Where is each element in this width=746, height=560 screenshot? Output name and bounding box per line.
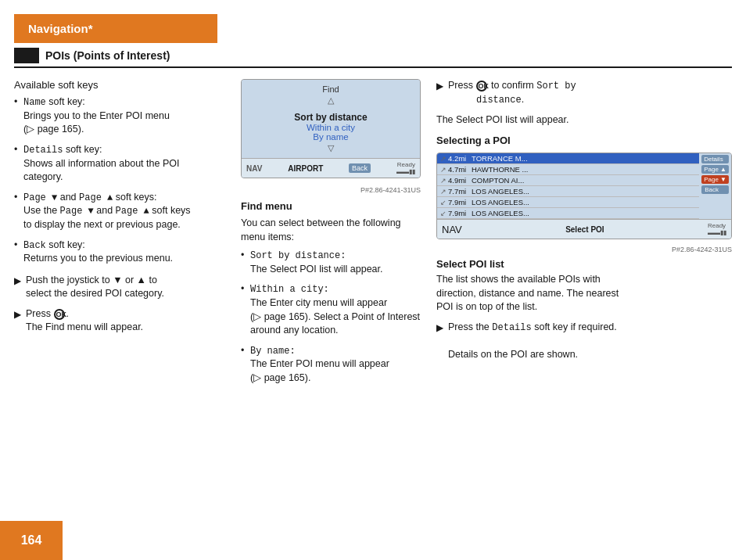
key-back: Back [23,240,46,251]
poi-arrow-2: ↗ [440,177,448,185]
by-name-label: By name [248,132,414,142]
press-ok-instruction: Press OK. The Find menu will appear. [26,307,143,335]
select-poi-bar-label: Select POI [565,225,604,234]
poi-distance-2: 4.9mi [448,176,472,185]
poi-rows: ↗ 4.2mi TORRANCE M... ↗ 4.7mi HAWTHORNE … [437,153,699,219]
arrow-icon-details: ▶ [436,321,443,335]
find-screen: Find △ Sort by distance Within a city By… [241,79,421,178]
section-header: POIs (Points of Interest) [14,48,732,68]
poi-row-5: ↙ 7.9mi LOS ANGELES... [437,208,699,219]
find-menu-intro: You can select between the followingmenu… [241,217,421,244]
poi-row-4: ↙ 7.9mi LOS ANGELES... [437,197,699,208]
poi-row-2: ↗ 4.9mi COMPTON AI... [437,175,699,186]
select-poi-list-title: Select POI list [436,258,732,270]
nav-label-find: NAV [246,164,262,173]
ready-signal-poi: Ready▬▬▮▮ [708,222,726,236]
sort-by-distance-label: Sort by distance [248,112,414,123]
left-column: Available soft keys Name soft key: Bring… [14,79,225,391]
navigation-header-bar: Navigation* [14,14,217,43]
section-title: POIs (Points of Interest) [45,49,170,62]
arrow-item-confirm: ▶ Press OK to confirm Sort by distance. [436,79,732,107]
name-key: By name: [250,346,296,357]
up-arrow-find: △ [245,95,417,106]
arrow-item-details: ▶ Press the Details soft key if required… [436,321,732,362]
page-up-button[interactable]: Page ▲ [701,165,729,174]
back-button-poi[interactable]: Back [701,185,729,194]
ready-signal-find: Ready▬▬▮▮ [396,161,415,175]
middle-column: Find △ Sort by distance Within a city By… [241,79,421,391]
arrow-icon-confirm: ▶ [436,80,443,93]
page-number: 164 [21,533,42,547]
find-label: Find [245,84,417,94]
list-item-back: Back soft key: Returns you to the previo… [14,239,225,266]
poi-arrow-1: ↗ [440,166,448,174]
select-poi-appears-text: The Select POI list will appear. [436,113,732,127]
page-title: Navigation* [28,22,93,35]
find-menu-list: Sort by distance: The Select POI list wi… [241,249,421,385]
find-item-sort: Sort by distance: The Select POI list wi… [241,249,421,276]
section-black-bar [14,48,39,63]
poi-name-5: LOS ANGELES... [472,209,696,217]
key-details: Details [23,145,63,156]
poi-name-1: HAWTHORNE ... [472,165,696,174]
poi-distance-4: 7.9mi [448,198,472,206]
poi-side-buttons: Details Page ▲ Page ▼ Back [699,153,731,219]
poi-select-screen: ↗ 4.2mi TORRANCE M... ↗ 4.7mi HAWTHORNE … [436,153,732,239]
header-container: Navigation* POIs (Points of Interest) [0,0,746,68]
down-arrow-find: ▽ [248,143,414,153]
find-item-name: By name: The Enter POI menu will appear(… [241,344,421,386]
selecting-poi-title: Selecting a POI [436,135,732,146]
soft-keys-label: Available soft keys [14,79,225,91]
key-page: Page ▼ [23,192,57,203]
confirm-instruction: Press OK to confirm Sort by distance. [448,79,576,107]
poi-row-0: ↗ 4.2mi TORRANCE M... [437,153,699,164]
arrow-icon-1: ▶ [14,275,21,288]
soft-keys-list: Name soft key: Brings you to the Enter P… [14,95,225,266]
find-menu-title: Find menu [241,200,421,212]
right-column: ▶ Press OK to confirm Sort by distance. … [436,79,732,391]
poi-name-0: TORRANCE M... [472,154,696,163]
screen-top-find: Find △ [242,80,420,109]
arrow-item-press-ok: ▶ Press OK. The Find menu will appear. [14,307,225,335]
poi-name-3: LOS ANGELES... [472,187,696,196]
details-button[interactable]: Details [701,155,729,163]
city-key: Within a city: [250,284,329,295]
poi-distance-1: 4.7mi [448,165,472,174]
poi-arrow-3: ↗ [440,188,448,196]
poi-bottom-bar: NAV Select POI Ready▬▬▮▮ [437,219,731,239]
within-a-city-label: Within a city [248,123,414,132]
details-instruction: Press the Details soft key if required.D… [448,321,617,362]
find-nav-bottom-bar: NAV AIRPORT Back Ready▬▬▮▮ [242,158,420,178]
arrow-icon-2: ▶ [14,308,21,321]
poi-name-2: COMPTON AI... [472,176,696,185]
list-item-name: Name soft key: Brings you to the Enter P… [14,95,225,137]
screen-body-find: Sort by distance Within a city By name ▽ [242,109,420,158]
page-down-button[interactable]: Page ▼ [701,175,729,184]
nav-label-poi: NAV [442,224,462,235]
poi-arrow-5: ↙ [440,210,448,217]
poi-arrow-4: ↙ [440,199,448,206]
back-btn-find: Back [349,163,371,173]
poi-list-container: ↗ 4.2mi TORRANCE M... ↗ 4.7mi HAWTHORNE … [437,153,731,219]
airport-label-find: AIRPORT [288,164,323,173]
poi-distance-5: 7.9mi [448,209,472,217]
main-content: Available soft keys Name soft key: Bring… [14,79,732,391]
key-name: Name [23,97,46,108]
poi-screen-part-number: P#2.86-4242-31US [436,246,732,253]
select-poi-list-desc: The list shows the available POIs withdi… [436,273,732,314]
poi-arrow-0: ↗ [440,155,448,163]
list-item-details: Details soft key: Shows all information … [14,143,225,185]
find-item-city: Within a city: The Enter city menu will … [241,282,421,337]
poi-row-3: ↗ 7.7mi LOS ANGELES... [437,186,699,197]
arrow-item-joystick: ▶ Push the joystick to ▼ or ▲ toselect t… [14,274,225,301]
sort-key: Sort by distance: [250,250,346,261]
ok-button-icon-right: OK [476,81,487,92]
find-screen-part-number: P#2.86-4241-31US [241,186,421,194]
poi-distance-3: 7.7mi [448,187,472,196]
poi-distance-0: 4.2mi [448,154,472,163]
poi-row-1: ↗ 4.7mi HAWTHORNE ... [437,164,699,175]
poi-name-4: LOS ANGELES... [472,198,696,206]
ok-button-icon: OK [54,309,65,320]
joystick-instruction: Push the joystick to ▼ or ▲ toselect the… [26,274,164,301]
list-item-page: Page ▼ and Page ▲ soft keys: Use the Pag… [14,191,225,232]
